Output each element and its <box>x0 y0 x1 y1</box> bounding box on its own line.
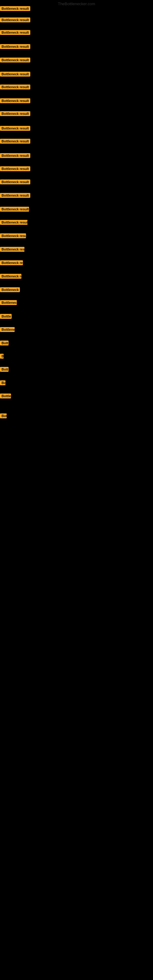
bottleneck-badge-10[interactable]: Bottleneck result <box>0 126 30 131</box>
bottleneck-badge-23[interactable]: Bottleneck <box>0 300 17 305</box>
site-title: TheBottlenecker.com <box>58 2 95 6</box>
bottleneck-badge-22[interactable]: Bottleneck res <box>0 287 20 292</box>
bottleneck-badge-12[interactable]: Bottleneck result <box>0 153 30 158</box>
bottleneck-badge-26[interactable]: Bott <box>0 340 9 345</box>
bottleneck-badge-7[interactable]: Bottleneck result <box>0 84 30 89</box>
bottleneck-badge-21[interactable]: Bottleneck resu <box>0 274 21 279</box>
bottleneck-badge-17[interactable]: Bottleneck result <box>0 220 27 225</box>
bottleneck-badge-27[interactable]: B <box>0 354 4 359</box>
bottleneck-badge-9[interactable]: Bottleneck result <box>0 111 30 116</box>
bottleneck-badge-5[interactable]: Bottleneck result <box>0 57 30 62</box>
bottleneck-badge-16[interactable]: Bottleneck result <box>0 207 29 212</box>
bottleneck-badge-18[interactable]: Bottleneck result <box>0 233 26 238</box>
bottleneck-badge-1[interactable]: Bottleneck result <box>0 6 30 11</box>
bottleneck-badge-4[interactable]: Bottleneck result <box>0 44 30 49</box>
bottleneck-badge-14[interactable]: Bottleneck result <box>0 180 30 185</box>
bottleneck-badge-30[interactable]: Bottler <box>0 393 11 398</box>
bottleneck-badge-6[interactable]: Bottleneck result <box>0 72 30 76</box>
bottleneck-badge-3[interactable]: Bottleneck result <box>0 30 30 35</box>
bottleneck-badge-15[interactable]: Bottleneck result <box>0 193 30 198</box>
bottleneck-badge-24[interactable]: Bottle <box>0 314 12 319</box>
bottleneck-badge-11[interactable]: Bottleneck result <box>0 139 30 144</box>
bottleneck-badge-31[interactable]: Bot <box>0 414 7 418</box>
bottleneck-badge-29[interactable]: Bo <box>0 380 5 385</box>
bottleneck-badge-13[interactable]: Bottleneck result <box>0 166 30 171</box>
bottleneck-badge-8[interactable]: Bottleneck result <box>0 98 30 103</box>
bottleneck-badge-20[interactable]: Bottleneck resu <box>0 260 23 265</box>
bottleneck-badge-25[interactable]: Bottlenec <box>0 327 15 332</box>
bottleneck-badge-28[interactable]: Bott <box>0 367 9 372</box>
bottleneck-badge-19[interactable]: Bottleneck resu <box>0 247 24 252</box>
bottleneck-badge-2[interactable]: Bottleneck result <box>0 18 30 22</box>
